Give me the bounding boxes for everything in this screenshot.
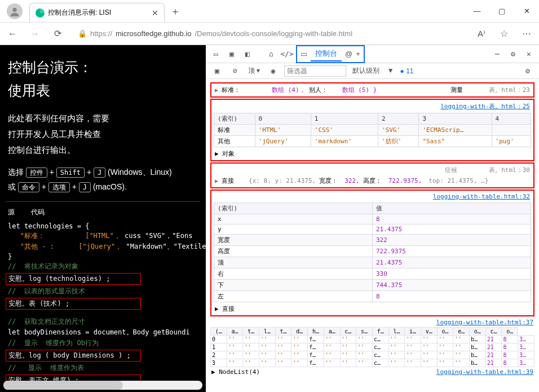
window-minimize-icon[interactable]: — — [465, 0, 489, 23]
console-group-3: 症候表。html：30 ▶ 直接 {x: 8, y: 21.4375, 宽度： … — [210, 162, 534, 188]
source-link[interactable]: logging-with-table.html:39 — [436, 368, 533, 376]
window-maximize-icon[interactable]: ▢ — [489, 0, 514, 23]
console-group-1: ▶ 标准： 数组 (4)， 别人： 数组 (5) } 测量 表。html：23 — [210, 82, 534, 98]
edge-favicon — [36, 8, 45, 17]
address-bar[interactable]: 🔒 https://microsoftedge.github.io/Demos/… — [72, 25, 467, 42]
browser-tab[interactable]: 控制台消息示例: LISI ✕ — [29, 3, 165, 22]
menu-icon[interactable]: ⋯ — [519, 26, 534, 42]
source-link[interactable]: 表。html：23 — [489, 86, 530, 94]
device-icon[interactable]: ▣ — [225, 47, 238, 61]
tab-console-selected[interactable]: ▭ 控制台 @ + — [296, 45, 365, 63]
log-level-selector[interactable]: 默认级别 ▼ — [351, 65, 395, 76]
sources-icon[interactable]: </> — [280, 47, 294, 61]
url-host: microsoftedge.github.io — [116, 29, 191, 38]
home-icon[interactable]: ⌂ — [264, 47, 278, 61]
console-icon: ▭ — [301, 50, 307, 58]
page-heading-line1: 控制台演示： — [8, 58, 198, 77]
inspect-icon[interactable]: ▭ — [209, 47, 223, 61]
page-paragraph: 此处看不到任何内容，需要 打开开发人员工具并检查 控制台进行输出。 — [8, 111, 198, 157]
console-group-2: logging-with-表。html：25 (索引)01234 标准'HTML… — [210, 99, 534, 161]
window-close-icon[interactable]: ✕ — [514, 0, 539, 23]
console-table-1: (索引)01234 标准'HTML''CSS''SVG''ECMAScrip… … — [214, 113, 531, 147]
filter-input[interactable] — [284, 65, 346, 77]
page-content: 控制台演示： 使用表 此处看不到任何内容，需要 打开开发人员工具并检查 控制台进… — [0, 45, 206, 392]
url-scheme: https:// — [90, 29, 112, 38]
dock-icon[interactable]: ◧ — [241, 47, 254, 61]
nav-forward-icon: → — [27, 26, 43, 42]
page-heading-line2: 使用表 — [8, 81, 198, 100]
sidebar-toggle-icon[interactable]: ▣ — [210, 64, 224, 78]
favorites-icon[interactable]: ☆ — [496, 26, 512, 42]
shortcut-instructions: 选择 控件 + Shift + J (Windows、Linux) 或 命令 +… — [8, 165, 198, 195]
horizontal-scrollbar[interactable] — [3, 381, 202, 390]
source-code-block: 源 代码 let technologies = { "标准： ["HTML"， … — [6, 201, 200, 386]
expand-nodelist[interactable]: ▶ NodeList(4) — [211, 368, 260, 376]
issues-counter[interactable]: ● 11 — [400, 67, 414, 75]
context-selector[interactable]: 顶 ▾ — [246, 65, 262, 76]
nav-back-icon[interactable]: ← — [5, 26, 20, 42]
read-aloud-icon[interactable]: A⁾ — [474, 26, 489, 42]
svg-point-0 — [12, 7, 16, 11]
live-expression-icon[interactable]: ◉ — [266, 64, 280, 78]
boxed-code-1: 安慰。log (technologies) ; — [6, 273, 141, 285]
new-tab-button[interactable]: ＋ — [165, 5, 186, 18]
console-table-2: (索引)值 x8 y21.4375 宽度322 高度722.9375 顶21.4… — [214, 202, 531, 302]
expand-icon[interactable]: ▶ — [215, 87, 218, 93]
settings-icon[interactable]: ⚙ — [506, 47, 520, 61]
expand-object[interactable]: ▶ 对象 — [215, 149, 235, 158]
expand-icon[interactable]: ▶ — [215, 178, 218, 184]
boxed-code-2: 安慰。表 (技术) ; — [6, 298, 141, 310]
devtools-close-icon[interactable]: ✕ — [522, 47, 536, 61]
source-link[interactable]: 表。html：30 — [489, 166, 530, 174]
devtools-panel: ▭ ▣ ◧ ⌂ </> ▭ 控制台 @ + ⋯ ⚙ ✕ ▣ ⊘ 顶 ▾ ◉ 默认… — [206, 45, 539, 392]
profile-avatar[interactable] — [7, 3, 23, 19]
lock-icon: 🔒 — [78, 29, 87, 38]
console-settings-icon[interactable]: ⚙ — [521, 64, 534, 78]
add-tab-icon[interactable]: + — [356, 50, 360, 58]
nav-reload-icon[interactable]: ⟳ — [50, 26, 65, 42]
console-group-4: logging-with-table.html:32 (索引)值 x8 y21.… — [210, 190, 534, 316]
clear-console-icon[interactable]: ⊘ — [228, 64, 242, 78]
url-path: /Demos/devtools-console/logging-with-tab… — [195, 29, 352, 38]
source-link[interactable]: logging-with-table.html:32 — [433, 193, 530, 200]
source-link[interactable]: logging-with-table.html:37 — [436, 319, 533, 326]
tab-close-icon[interactable]: ✕ — [152, 8, 158, 17]
source-link[interactable]: logging-with-表。html：25 — [440, 102, 530, 111]
console-table-3: (…a…t…l…t…d…h…a…c…s…f…l…i…v…o…e…o…c…o… 0… — [210, 327, 534, 367]
expand-object[interactable]: ▶ 直接 — [215, 305, 235, 313]
tab-title: 控制台消息示例: LISI — [48, 8, 152, 17]
boxed-code-3: 安慰。log ( body Dimensions ) ; — [6, 350, 141, 362]
more-icon[interactable]: ⋯ — [491, 47, 504, 61]
